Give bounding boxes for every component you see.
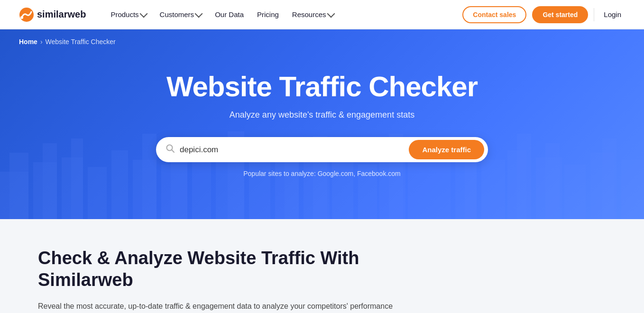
lower-description: Reveal the most accurate, up-to-date tra…: [38, 300, 398, 313]
get-started-button[interactable]: Get started: [532, 6, 588, 23]
chevron-down-icon: [327, 10, 335, 18]
svg-line-40: [172, 150, 174, 152]
logo-text: similarweb: [37, 9, 86, 20]
nav-links: Products Customers Our Data Pricing Reso…: [105, 7, 462, 22]
breadcrumb-home[interactable]: Home: [19, 38, 37, 46]
svg-rect-38: [621, 160, 644, 219]
svg-rect-37: [602, 138, 616, 219]
svg-rect-34: [545, 143, 560, 219]
breadcrumb: Home › Website Traffic Checker: [19, 38, 116, 46]
svg-rect-5: [43, 143, 57, 219]
popular-sites-text: Popular sites to analyze: Google.com, Fa…: [156, 170, 488, 177]
nav-divider: [594, 8, 594, 21]
hero-content: Website Traffic Checker Analyze any webs…: [156, 71, 488, 177]
nav-item-products[interactable]: Products: [105, 7, 152, 22]
lower-section: Check & Analyze Website Traffic With Sim…: [0, 219, 644, 313]
search-box: Analyze traffic: [156, 137, 488, 162]
logo-icon: [19, 7, 34, 22]
breadcrumb-current: Website Traffic Checker: [46, 38, 116, 46]
login-link[interactable]: Login: [600, 8, 625, 21]
contact-sales-button[interactable]: Contact sales: [462, 6, 526, 23]
nav-item-pricing[interactable]: Pricing: [251, 7, 285, 22]
nav-item-our-data[interactable]: Our Data: [209, 7, 249, 22]
svg-point-1: [20, 16, 23, 19]
chevron-down-icon: [195, 10, 203, 18]
nav-item-resources[interactable]: Resources: [286, 7, 340, 22]
logo-link[interactable]: similarweb: [19, 7, 86, 22]
hero-title: Website Traffic Checker: [156, 71, 488, 102]
svg-rect-35: [564, 165, 586, 219]
search-input[interactable]: [180, 145, 409, 155]
breadcrumb-separator: ›: [40, 38, 43, 46]
chevron-down-icon: [139, 10, 147, 18]
navbar: similarweb Products Customers Our Data P…: [0, 0, 644, 29]
svg-rect-8: [88, 167, 107, 219]
hero-section: Home › Website Traffic Checker Website T…: [0, 29, 644, 219]
svg-rect-9: [111, 150, 128, 219]
nav-item-customers[interactable]: Customers: [154, 7, 208, 22]
lower-title: Check & Analyze Website Traffic With Sim…: [38, 248, 398, 291]
svg-rect-11: [142, 134, 156, 219]
svg-rect-32: [517, 134, 531, 219]
svg-rect-7: [71, 138, 83, 219]
search-icon: [166, 144, 175, 156]
analyze-traffic-button[interactable]: Analyze traffic: [409, 140, 484, 159]
hero-subtitle: Analyze any website's traffic & engageme…: [156, 110, 488, 120]
svg-rect-3: [9, 153, 28, 219]
nav-actions: Contact sales Get started Login: [462, 6, 625, 23]
